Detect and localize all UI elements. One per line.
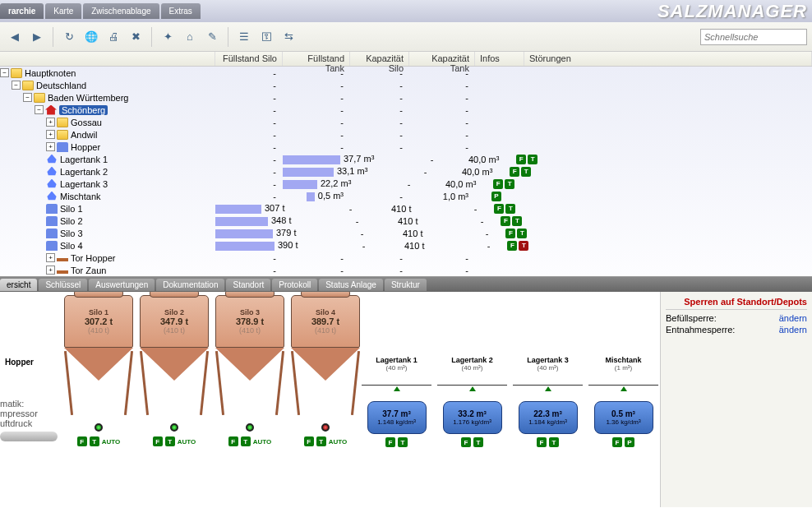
tree-row[interactable]: Silo 2348 t-410 t-FT	[0, 215, 812, 227]
fwd-icon[interactable]: ▶	[27, 27, 47, 47]
refresh-icon[interactable]: ↻	[59, 27, 79, 47]
tree-row[interactable]: +Tor Zaun----	[0, 264, 812, 276]
col-fuellstand-silo[interactable]: Füllstand Silo	[215, 52, 283, 66]
tree-row[interactable]: −Hauptknoten----	[0, 67, 812, 79]
col-kapazitaet-silo[interactable]: Kapazität Silo	[350, 52, 409, 66]
tree-row[interactable]: Lagertank 2-33,1 m³-40,0 m³FT	[0, 165, 812, 178]
tree-view[interactable]: −Hauptknoten----−Deutschland----−Baden W…	[0, 67, 812, 277]
delete-icon[interactable]: ✖	[126, 27, 145, 47]
print-icon[interactable]: 🖨	[104, 27, 123, 47]
side-title: Sperren auf Standort/Depots	[666, 297, 807, 310]
silo-graphic-4[interactable]: Silo 4389.7 t(410 t)FTAUTO	[288, 295, 363, 446]
silo-graphic-1[interactable]: Silo 1307.2 t(410 t)FTAUTO	[61, 295, 136, 446]
menu-karte[interactable]: Karte	[45, 3, 81, 19]
col-stoerungen[interactable]: Störungen	[524, 52, 812, 66]
tank-graphic-2[interactable]: Lagertank 2(40 m³)33.2 m³1.176 kg/dm³FT	[437, 356, 507, 447]
take-lock-label: Entnahmesperre:	[666, 325, 735, 335]
back-icon[interactable]: ◀	[5, 27, 25, 47]
subtab-schlüssel[interactable]: Schlüssel	[39, 279, 87, 291]
tree-row[interactable]: +Tor Hopper----	[0, 252, 812, 264]
menu-bar: rarchieKarteZwischenablageExtras SALZMAN…	[0, 0, 812, 22]
list-icon[interactable]: ☰	[234, 27, 254, 47]
subtab-standort[interactable]: Standort	[226, 279, 270, 291]
subtab-status anlage[interactable]: Status Anlage	[319, 279, 383, 291]
tree-row[interactable]: −Baden Württemberg----	[0, 91, 812, 104]
key-icon[interactable]: ⚿	[256, 27, 276, 47]
menu-rarchie[interactable]: rarchie	[0, 3, 44, 19]
spark-icon[interactable]: ✦	[158, 27, 178, 47]
menu-zwischenablage[interactable]: Zwischenablage	[83, 3, 159, 19]
subtab-ersicht[interactable]: ersicht	[0, 279, 37, 291]
tree-row[interactable]: Lagertank 3-22,2 m³-40,0 m³FT	[0, 178, 812, 190]
toolbar: ◀▶↻🌐🖨✖✦⌂✎☰⚿⇆	[0, 22, 812, 52]
subtab-auswertungen[interactable]: Auswertungen	[89, 279, 155, 291]
hopper-label: Hopper	[5, 358, 34, 367]
globe-icon[interactable]: 🌐	[81, 27, 101, 47]
silo-graphic-3[interactable]: Silo 3378.9 t(410 t)FTAUTO	[212, 295, 288, 446]
subtab-struktur[interactable]: Struktur	[385, 279, 427, 291]
side-panel: Sperren auf Standort/Depots Befüllsperre…	[660, 292, 812, 507]
canvas-area: Hopper matik:mpressoruftdruck Silo 1307.…	[0, 292, 812, 507]
tree-row[interactable]: Silo 4390 t-410 t-FT	[0, 239, 812, 252]
tank-graphic-1[interactable]: Lagertank 1(40 m³)37.7 m³1.148 kg/dm³FT	[362, 356, 431, 447]
subtab-bar: ersichtSchlüsselAuswertungenDokumentatio…	[0, 277, 812, 292]
tree-row[interactable]: Mischtank-0,5 m³-1,0 m³P	[0, 190, 812, 202]
tank-graphic-3[interactable]: Lagertank 3(40 m³)22.3 m³1.184 kg/dm³FT	[513, 356, 583, 447]
home-icon[interactable]: ⌂	[180, 27, 200, 47]
tank-graphic-4[interactable]: Mischtank(1 m³)0.5 m³1.36 kg/dm³FP	[588, 356, 658, 447]
edit-icon[interactable]: ✎	[202, 27, 222, 47]
tree-row[interactable]: Silo 1307 t-410 t-FT	[0, 202, 812, 215]
tree-row[interactable]: −Deutschland----	[0, 79, 812, 91]
menu-extras[interactable]: Extras	[161, 3, 201, 19]
col-fuellstand-tank[interactable]: Füllstand Tank	[283, 52, 350, 66]
subtab-protokoll[interactable]: Protokoll	[272, 279, 317, 291]
silo-graphic-2[interactable]: Silo 2347.9 t(410 t)FTAUTO	[136, 295, 212, 446]
tree-row[interactable]: +Gossau----	[0, 116, 812, 128]
status-light	[246, 423, 254, 432]
search-input[interactable]	[700, 29, 807, 45]
status-light	[170, 423, 178, 432]
tree-row[interactable]: Lagertank 1-37,7 m³-40,0 m³FT	[0, 153, 812, 165]
status-light	[95, 423, 103, 432]
fill-lock-label: Befüllsperre:	[666, 313, 717, 323]
subtab-dokumentation[interactable]: Dokumentation	[156, 279, 224, 291]
col-kapazitaet-tank[interactable]: Kapazität Tank	[409, 52, 475, 66]
take-lock-change[interactable]: ändern	[779, 325, 807, 335]
status-light	[321, 423, 330, 432]
switch-icon[interactable]: ⇆	[279, 27, 298, 47]
pipe	[0, 432, 58, 441]
fill-lock-change[interactable]: ändern	[779, 313, 807, 323]
scada-canvas: Hopper matik:mpressoruftdruck Silo 1307.…	[0, 292, 660, 507]
system-labels: matik:mpressoruftdruck	[0, 399, 38, 428]
tree-row[interactable]: +Andwil----	[0, 128, 812, 141]
brand-title: SALZMANAGER	[657, 1, 812, 22]
column-headers: Füllstand Silo Füllstand Tank Kapazität …	[0, 52, 812, 67]
tree-row[interactable]: Silo 3379 t-410 t-FT	[0, 227, 812, 239]
tree-row[interactable]: +Hopper----	[0, 141, 812, 153]
tree-row[interactable]: −Schönberg----	[0, 104, 812, 116]
col-infos[interactable]: Infos	[475, 52, 524, 66]
